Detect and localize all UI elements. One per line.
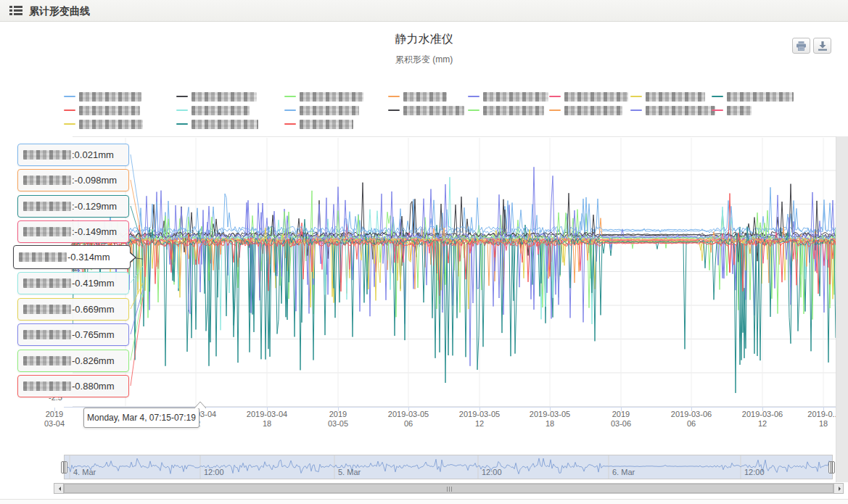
tooltip-value: -0.419mm [72, 278, 115, 289]
list-icon [9, 6, 22, 16]
legend-label-redacted [727, 92, 794, 102]
page: 累计形变曲线 静力水准仪 累积形变 (mm) 累计形变 -2.5 201903-… [0, 0, 848, 504]
legend-item[interactable] [284, 104, 359, 116]
legend-item[interactable] [64, 104, 140, 116]
tooltip-date: Monday, Mar 4, 07:15-07:19 [83, 408, 199, 428]
legend-item[interactable] [630, 104, 715, 116]
legend-marker [176, 123, 188, 125]
legend-label-redacted [192, 120, 258, 129]
tooltip-box: :0.021mm [17, 144, 129, 166]
x-axis-tick-label: 201903-05 [298, 410, 378, 429]
tooltip-box: -0.419mm [17, 272, 129, 294]
legend-item[interactable] [388, 91, 447, 102]
navigator-handle-left[interactable] [61, 461, 67, 474]
tooltip-box: :-0.149mm [17, 220, 129, 243]
navigator-axis-label: 5. Mar [338, 468, 361, 476]
legend-marker [284, 123, 296, 125]
legend-item[interactable] [712, 91, 794, 102]
legend-item[interactable] [712, 104, 752, 116]
legend-marker [468, 96, 479, 97]
legend-label-redacted [564, 106, 622, 115]
legend-marker [64, 123, 75, 125]
legend-item[interactable] [284, 118, 353, 130]
scrollbar-thumb[interactable] [64, 484, 833, 493]
legend-marker [64, 96, 75, 97]
tooltip-pointer-fill [130, 253, 135, 262]
legend-label-redacted [646, 106, 715, 115]
navigator-handle-right[interactable] [828, 461, 835, 474]
legend-label-redacted [300, 120, 353, 129]
navigator-series [65, 455, 832, 479]
tooltip-series-name-redacted [23, 305, 71, 314]
navigator[interactable]: 4. Mar12:005. Mar12:006. Mar12:00 [64, 455, 833, 479]
legend-item[interactable] [549, 104, 622, 116]
x-axis-tick-label: 2019-03-0512 [440, 410, 519, 429]
navigator-axis-label: 4. Mar [73, 468, 96, 476]
legend-marker [549, 96, 561, 97]
tooltip-series-name-redacted [23, 175, 71, 185]
horizontal-scrollbar[interactable] [54, 483, 844, 494]
legend-item[interactable] [630, 91, 705, 102]
legend-label-redacted [727, 106, 752, 115]
print-button[interactable] [792, 38, 810, 54]
legend-item[interactable] [64, 91, 141, 102]
tooltip-value: :-0.149mm [72, 226, 117, 237]
x-axis-tick-label: 201903-06 [581, 410, 661, 429]
legend-marker [388, 96, 400, 97]
legend-label-redacted [403, 92, 447, 102]
legend-label-redacted [300, 106, 359, 115]
legend-marker [712, 110, 723, 111]
scrollbar-grip-icon [447, 487, 452, 492]
tooltip-value: -0.765mm [72, 329, 115, 340]
chart-title: 静力水准仪 [0, 32, 848, 47]
legend-item[interactable] [64, 118, 143, 130]
legend-item[interactable] [176, 104, 250, 116]
tooltip-box: :-0.098mm [17, 169, 129, 191]
tooltip-series-name-redacted [23, 150, 71, 160]
navigator-axis-label: 12:00 [204, 468, 224, 476]
legend-marker [284, 110, 296, 111]
page-title: 累计形变曲线 [29, 5, 90, 18]
tooltip-caret [194, 401, 206, 408]
x-axis-tick-label: 2019-03-0418 [227, 410, 307, 429]
legend-marker [468, 110, 479, 111]
scrollbar-right-button[interactable] [833, 483, 844, 494]
scroll-overflow-strip [836, 136, 848, 482]
legend-item[interactable] [388, 104, 464, 116]
main-chart[interactable] [73, 136, 836, 408]
legend-marker [549, 110, 561, 111]
tooltip-value: -0.669mm [72, 304, 115, 315]
legend-item[interactable] [549, 91, 628, 102]
tooltip-series-name-redacted [23, 202, 71, 211]
legend-marker [630, 96, 642, 97]
legend-item[interactable] [468, 104, 544, 116]
tooltip-value: :0.021mm [72, 149, 114, 160]
legend-item[interactable] [176, 118, 258, 130]
legend-label-redacted [192, 106, 250, 115]
tooltip-series-name-redacted [23, 356, 71, 365]
download-icon [818, 41, 828, 51]
legend-label-redacted [483, 106, 544, 115]
tooltip-value: -0.880mm [72, 381, 115, 392]
tooltip-box: -0.314mm [13, 245, 131, 269]
legend-item[interactable] [468, 91, 548, 102]
x-axis-tick-label: 2019-03-0506 [369, 410, 448, 429]
scrollbar-left-button[interactable] [54, 483, 64, 494]
legend-marker [712, 96, 723, 97]
legend-marker [630, 110, 642, 111]
legend-label-redacted [192, 92, 257, 102]
navigator-axis-label: 6. Mar [612, 468, 635, 476]
legend-marker [64, 110, 75, 111]
legend-item[interactable] [176, 91, 257, 102]
navigator-axis-label: 12:00 [744, 468, 765, 476]
legend-label-redacted [646, 92, 705, 102]
x-axis-tick-label: 201903-04 [15, 410, 94, 429]
legend-label-redacted [483, 92, 548, 102]
download-button[interactable] [813, 38, 831, 54]
legend-marker [176, 96, 188, 97]
tooltip-box: -0.880mm [17, 375, 129, 397]
tooltip-value: -0.314mm [67, 252, 110, 263]
bottom-strip [0, 500, 848, 504]
legend-item[interactable] [284, 91, 363, 102]
tooltip-value: :-0.129mm [72, 201, 117, 212]
